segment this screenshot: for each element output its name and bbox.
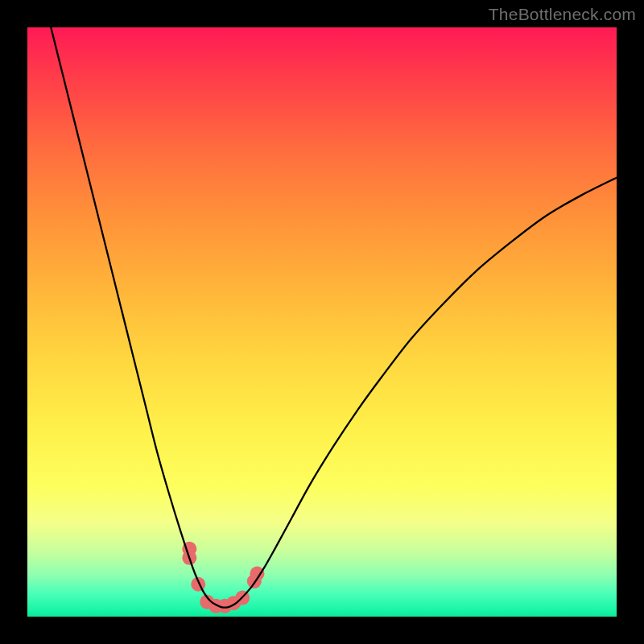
curve-layer bbox=[27, 27, 617, 617]
bottleneck-curve bbox=[51, 27, 617, 608]
chart-frame: TheBottleneck.com bbox=[0, 0, 644, 644]
watermark-text: TheBottleneck.com bbox=[489, 5, 636, 24]
plot-area bbox=[27, 27, 617, 617]
threshold-marker-group bbox=[182, 542, 264, 613]
